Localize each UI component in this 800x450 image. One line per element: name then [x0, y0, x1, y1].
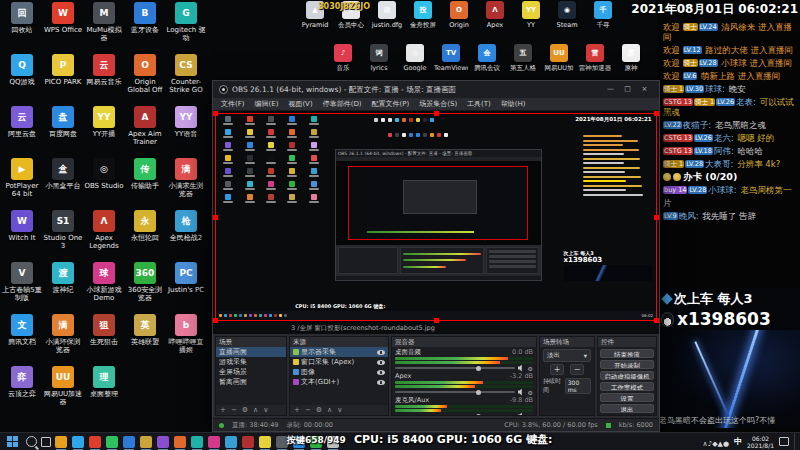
desktop-icon[interactable]: GLogitech 驱动 — [166, 2, 206, 54]
visibility-eye-icon[interactable] — [377, 380, 385, 385]
desktop-icon[interactable]: V上古卷轴5重制版 — [2, 262, 42, 314]
desktop-icon[interactable]: 云网易云音乐 — [84, 54, 124, 106]
menu-item[interactable]: 停靠部件(D) — [323, 99, 362, 109]
source-item[interactable]: 窗口采集 (Apex) — [290, 357, 388, 367]
taskbar-app-icon[interactable] — [55, 436, 67, 448]
source-item[interactable]: 显示器采集 — [290, 347, 388, 357]
move-up-icon[interactable]: ∧ — [327, 405, 332, 415]
desktop-icon[interactable]: b哔哩哔哩直播姬 — [166, 314, 206, 366]
volume-slider-knob[interactable] — [476, 390, 481, 395]
desktop-icon[interactable]: S1Studio One 3 — [43, 210, 83, 262]
speaker-icon[interactable] — [518, 389, 525, 396]
desktop-icon[interactable]: 弈云顶之弈 — [2, 366, 42, 418]
add-button[interactable]: + — [294, 405, 300, 415]
taskbar-app-icon[interactable] — [259, 436, 271, 448]
desktop-icon[interactable]: UU网易UU加速器 — [43, 366, 83, 418]
desktop-icon[interactable]: 盒小黑盒平台 — [43, 158, 83, 210]
desktop-icon[interactable]: 投金舟投屏 — [406, 1, 440, 29]
desktop-icon[interactable]: 满小满环保浏览器 — [43, 314, 83, 366]
menu-item[interactable]: 工具(T) — [467, 99, 491, 109]
taskbar-app-icon[interactable] — [242, 436, 254, 448]
obs-control-button[interactable]: 退出 — [600, 404, 654, 413]
duration-value[interactable]: 300 ms — [565, 378, 591, 394]
desktop-icon[interactable]: 文腾讯文档 — [2, 314, 42, 366]
taskbar-app-icon[interactable] — [72, 436, 84, 448]
show-desktop-button[interactable] — [794, 433, 797, 450]
volume-slider-knob[interactable] — [476, 366, 481, 371]
menu-item[interactable]: 场景集合(S) — [419, 99, 457, 109]
captured-desktop-source[interactable]: 2021年08月01日 06:02:21 OBS 26.1.1 (64-bit,… — [215, 113, 657, 321]
menu-item[interactable]: 编辑(E) — [255, 99, 279, 109]
desktop-icon[interactable]: YYYY — [514, 1, 548, 29]
desktop-icon[interactable]: ◎Google Chrome — [398, 44, 432, 72]
taskbar-app-icon[interactable] — [106, 436, 118, 448]
visibility-eye-icon[interactable] — [377, 350, 385, 355]
remove-button[interactable]: − — [231, 405, 237, 415]
taskbar-app-icon[interactable] — [208, 436, 220, 448]
taskbar-app-icon[interactable] — [174, 436, 186, 448]
desktop-icon[interactable]: YYYY语音 — [166, 106, 206, 158]
desktop-icon[interactable]: PPICO PARK — [43, 54, 83, 106]
desktop-icon[interactable]: QQQ游戏 — [2, 54, 42, 106]
desktop-icon[interactable]: 五第五人格 — [506, 44, 540, 72]
obs-control-button[interactable]: 结束推流 — [600, 349, 654, 358]
remove-transition-button[interactable]: − — [570, 364, 584, 375]
selection-handle[interactable] — [434, 111, 439, 116]
desktop-icon[interactable]: 枪全民枪战2 — [166, 210, 206, 262]
desktop-icon[interactable]: TVTeamViewer — [434, 44, 468, 72]
desktop-icon[interactable]: ▤justin.dfg — [370, 1, 404, 29]
tray-icon[interactable]: ● — [723, 440, 729, 448]
search-icon[interactable] — [26, 436, 37, 447]
speaker-icon[interactable] — [518, 365, 525, 372]
desktop-icon[interactable]: ΛApex Legends — [84, 210, 124, 262]
move-up-icon[interactable]: ∧ — [253, 405, 258, 415]
obs-titlebar[interactable]: OBS 26.1.1 (64-bit, windows) - 配置文件: 直播 … — [213, 81, 659, 98]
desktop-icon[interactable]: 理桌面整理 — [84, 366, 124, 418]
menu-item[interactable]: 帮助(H) — [501, 99, 526, 109]
obs-control-button[interactable]: 启动虚拟摄像机 — [600, 371, 654, 380]
obs-control-button[interactable]: 工作室模式 — [600, 382, 654, 391]
source-item[interactable]: 图像 — [290, 367, 388, 377]
volume-slider-knob[interactable] — [476, 414, 481, 416]
scene-item[interactable]: 直播画面 — [216, 347, 286, 357]
desktop-icon[interactable]: OOrigin Global Off — [125, 54, 165, 106]
taskbar-app-icon[interactable] — [140, 436, 152, 448]
remove-button[interactable]: − — [305, 405, 311, 415]
desktop-icon[interactable]: 英英雄联盟 — [125, 314, 165, 366]
selection-handle[interactable] — [213, 111, 218, 116]
selection-handle[interactable] — [654, 215, 659, 220]
taskbar-app-icon[interactable] — [157, 436, 169, 448]
desktop-icon[interactable]: 云阿里云盘 — [2, 106, 42, 158]
desktop-icon[interactable]: 词lyrics — [362, 44, 396, 72]
desktop-icon[interactable]: 千千寻 — [586, 1, 620, 29]
start-button[interactable] — [2, 433, 22, 450]
desktop-icon[interactable]: 回回收站 — [2, 2, 42, 54]
desktop-icon[interactable]: YYYY开播 — [84, 106, 124, 158]
desktop-icon[interactable]: 渡渡神纪 — [43, 262, 83, 314]
move-down-icon[interactable]: ∨ — [263, 405, 268, 415]
taskbar-app-icon[interactable] — [123, 436, 135, 448]
desktop-icon[interactable]: ♪音乐 — [326, 44, 360, 72]
desktop-icon[interactable]: 盘百度网盘 — [43, 106, 83, 158]
move-down-icon[interactable]: ∨ — [337, 405, 342, 415]
minimize-button[interactable]: — — [602, 81, 619, 98]
obs-control-button[interactable]: 设置 — [600, 393, 654, 402]
desktop-icon[interactable]: WWitch It — [2, 210, 42, 262]
obs-control-button[interactable]: 开始录制 — [600, 360, 654, 369]
desktop-icon[interactable]: AApex Aim Trainer — [125, 106, 165, 158]
menu-item[interactable]: 配置文件(P) — [372, 99, 410, 109]
visibility-eye-icon[interactable] — [377, 370, 385, 375]
desktop-icon[interactable]: ◎OBS Studio — [84, 158, 124, 210]
desktop-icon[interactable]: 永永恒轮回 — [125, 210, 165, 262]
volume-slider[interactable] — [395, 367, 515, 369]
taskbar-app-icon[interactable] — [191, 436, 203, 448]
desktop-icon[interactable]: ◉Steam — [550, 1, 584, 29]
visibility-eye-icon[interactable] — [377, 360, 385, 365]
menu-item[interactable]: 视图(V) — [288, 99, 312, 109]
desktop-icon[interactable]: 雷雷神加速器 — [578, 44, 612, 72]
desktop-icon[interactable]: ▶PotPlayer 64 bit — [2, 158, 42, 210]
maximize-button[interactable]: □ — [619, 81, 636, 98]
add-button[interactable]: + — [220, 405, 226, 415]
mixer-gear-icon[interactable]: ⚙ — [528, 413, 533, 416]
selection-handle[interactable] — [654, 111, 659, 116]
